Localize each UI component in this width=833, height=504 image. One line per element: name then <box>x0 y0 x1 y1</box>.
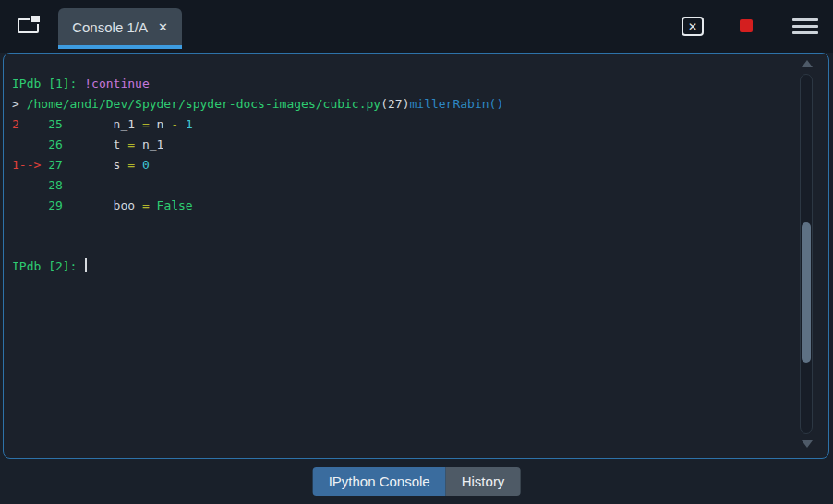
scrollbar-up-arrow-icon[interactable] <box>802 60 813 67</box>
console-text-segment: n_1 <box>142 138 163 151</box>
console-line: > /home/andi/Dev/Spyder/spyder-docs-imag… <box>12 94 503 114</box>
scrollbar-down-arrow-icon[interactable] <box>802 440 813 448</box>
browse-tabs-icon-square <box>31 16 40 22</box>
console-text-segment: 27 <box>48 158 63 172</box>
console-text-segment: = <box>127 138 142 151</box>
console-text-segment: 0 <box>142 158 150 172</box>
console-text-segment <box>63 158 114 172</box>
console-text-segment: 25 <box>48 117 63 131</box>
hamburger-menu-icon[interactable] <box>792 18 818 34</box>
console-text-segment <box>63 198 114 212</box>
close-box-icon[interactable]: ✕ <box>682 17 704 36</box>
console-text-segment: n <box>157 117 172 131</box>
console-line: 1--> 27 s = 0 <box>12 155 503 175</box>
console-line: 28 <box>12 175 503 196</box>
console-text-segment <box>12 178 48 192</box>
console-line: IPdb [2]: <box>12 257 503 277</box>
tab-ipython-console[interactable]: IPython Console <box>313 467 446 496</box>
browse-tabs-icon[interactable] <box>18 15 41 33</box>
interrupt-kernel-icon[interactable] <box>740 19 753 32</box>
pane-tab-bar: IPython Console History <box>313 467 521 496</box>
console-text-segment: (27) <box>380 97 409 111</box>
console-text-segment: > <box>12 97 27 111</box>
console-line: 29 boo = False <box>12 196 503 216</box>
console-text-segment: t <box>114 138 128 151</box>
console-text-segment: boo <box>114 198 142 212</box>
console-text-segment: IPdb [1]: <box>12 77 84 90</box>
console-text-segment: 29 <box>48 198 63 212</box>
console-line: 2 25 n_1 = n - 1 <box>12 114 503 135</box>
console-output[interactable]: IPdb [1]: !continue> /home/andi/Dev/Spyd… <box>12 74 503 277</box>
console-line <box>12 236 503 257</box>
tab-history[interactable]: History <box>446 467 521 496</box>
console-line: 26 t = n_1 <box>12 135 503 155</box>
console-text-segment: 28 <box>48 178 63 192</box>
tab-close-icon[interactable]: ✕ <box>158 21 168 33</box>
console-text-segment <box>63 117 114 131</box>
console-tab-bar: Console 1/A ✕ ✕ <box>0 0 833 53</box>
tab-console-1a[interactable]: Console 1/A ✕ <box>58 8 182 49</box>
console-text-segment: n_1 <box>114 117 142 131</box>
tab-history-label: History <box>462 474 505 489</box>
console-text-segment: millerRabin() <box>409 97 503 111</box>
console-text-segment <box>41 158 48 172</box>
console-text-segment <box>12 138 48 151</box>
console-text-segment: 1--> <box>12 158 41 172</box>
console-text-segment: False <box>157 198 193 212</box>
console-text-segment: - <box>171 117 186 131</box>
console-text-segment <box>12 198 48 212</box>
console-text-segment: = <box>127 158 142 172</box>
console-text-segment: = <box>142 117 157 131</box>
text-cursor <box>85 258 87 272</box>
console-text-segment <box>63 138 114 151</box>
console-text-segment <box>19 117 48 131</box>
scrollbar-thumb[interactable] <box>802 222 811 363</box>
console-line <box>12 216 503 236</box>
console-line: IPdb [1]: !continue <box>12 74 503 94</box>
tab-ipython-console-label: IPython Console <box>329 474 430 489</box>
console-text-segment: !continue <box>84 77 149 90</box>
console-text-segment: s <box>114 158 128 172</box>
console-text-segment: 26 <box>48 138 63 151</box>
console-text-segment: = <box>142 198 157 212</box>
console-text-segment: 2 <box>12 117 19 131</box>
console-text-segment: 1 <box>186 117 193 131</box>
tab-label: Console 1/A <box>72 19 148 35</box>
console-text-segment: IPdb [2]: <box>12 259 84 273</box>
console-text-segment: /home/andi/Dev/Spyder/spyder-docs-images… <box>27 97 381 111</box>
